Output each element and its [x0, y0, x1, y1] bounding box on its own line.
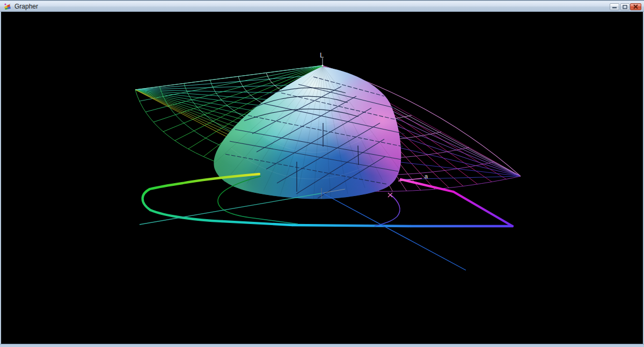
- minimize-button[interactable]: [610, 3, 619, 10]
- axis-label-a: a: [425, 173, 428, 179]
- plot-client-area: L a: [1, 12, 643, 344]
- close-icon: [633, 4, 638, 9]
- minimize-icon: [612, 5, 617, 9]
- close-button[interactable]: [630, 3, 641, 10]
- window-title: Grapher: [14, 3, 38, 10]
- window-frame-left: [0, 12, 1, 344]
- window-frame-bottom: [0, 344, 644, 347]
- grapher-app-icon: [3, 2, 12, 11]
- color-solid: [214, 66, 401, 199]
- plot-canvas[interactable]: L a: [1, 12, 643, 344]
- titlebar[interactable]: Grapher: [0, 1, 644, 12]
- app-window: Grapher L a: [0, 0, 644, 347]
- restore-button[interactable]: [620, 3, 630, 10]
- axis-label-L: L: [320, 51, 324, 59]
- restore-icon: [623, 5, 627, 9]
